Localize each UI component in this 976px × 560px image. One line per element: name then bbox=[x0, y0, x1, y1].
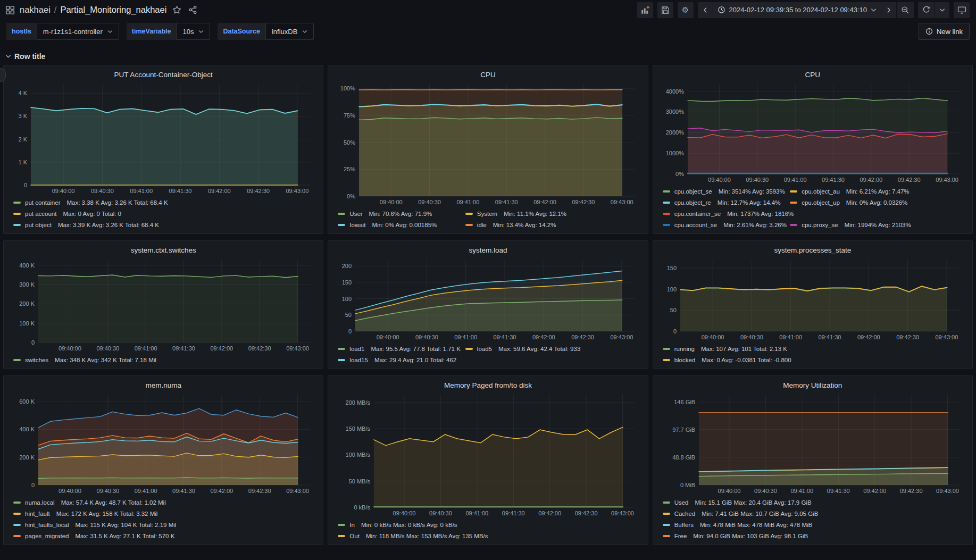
legend-label[interactable]: blocked bbox=[674, 357, 696, 363]
legend-label[interactable]: cpu.proxy_se bbox=[802, 222, 838, 228]
legend-swatch[interactable] bbox=[338, 535, 345, 537]
save-dashboard-button[interactable] bbox=[657, 2, 673, 18]
chart-canvas[interactable]: 0200 K400 K600 K09:40:0009:40:3009:41:00… bbox=[9, 391, 318, 496]
legend-label[interactable]: Cached bbox=[674, 511, 696, 517]
legend-label[interactable]: System bbox=[477, 211, 497, 217]
chart-cpu[interactable]: 0%1000%2000%3000%4000%09:40:0009:40:3009… bbox=[658, 81, 967, 185]
refresh-button[interactable] bbox=[918, 2, 935, 18]
panel-title[interactable]: CPU bbox=[480, 71, 496, 79]
chart-system-processes-state[interactable]: 05010015009:40:0009:40:3009:41:0009:41:3… bbox=[658, 256, 967, 342]
time-shift-back-button[interactable] bbox=[698, 2, 713, 18]
chart-canvas[interactable]: 0 kB/s50 MB/s100 MB/s150 MB/s200 MB/s09:… bbox=[333, 391, 642, 518]
legend-label[interactable]: cpu.container_se bbox=[674, 211, 721, 217]
legend-swatch[interactable] bbox=[13, 513, 21, 515]
panel-title[interactable]: system.load bbox=[469, 246, 507, 254]
panel-title[interactable]: PUT Account-Container-Object bbox=[114, 71, 213, 79]
legend-label[interactable]: idle bbox=[477, 222, 487, 228]
legend-swatch[interactable] bbox=[663, 359, 670, 361]
legend-swatch[interactable] bbox=[13, 535, 21, 537]
legend-swatch[interactable] bbox=[663, 190, 670, 193]
chart-canvas[interactable]: 0 MiB48.8 GiB97.7 GiB146 GiB09:40:0009:4… bbox=[658, 391, 967, 496]
panel-title[interactable]: Memory Utilization bbox=[783, 381, 842, 389]
breadcrumb-root[interactable]: nakhaei bbox=[20, 5, 51, 15]
legend-label[interactable]: Used bbox=[674, 499, 689, 506]
kiosk-mode-button[interactable] bbox=[954, 2, 970, 18]
legend-label[interactable]: Out bbox=[349, 533, 360, 539]
refresh-interval-dropdown[interactable] bbox=[935, 2, 949, 18]
legend-swatch[interactable] bbox=[663, 213, 670, 215]
legend-swatch[interactable] bbox=[663, 502, 670, 504]
legend-label[interactable]: cpu.account_se bbox=[674, 222, 718, 228]
share-icon[interactable] bbox=[187, 4, 198, 15]
legend-label[interactable]: hint_faults_local bbox=[25, 522, 69, 528]
legend-swatch[interactable] bbox=[790, 190, 797, 193]
legend-swatch[interactable] bbox=[663, 524, 670, 526]
legend-label[interactable]: User bbox=[349, 211, 362, 217]
legend-swatch[interactable] bbox=[663, 348, 670, 350]
legend-swatch[interactable] bbox=[338, 359, 345, 361]
chart-canvas[interactable]: 05010015020009:40:0009:40:3009:41:0009:4… bbox=[333, 256, 642, 342]
legend-swatch[interactable] bbox=[465, 213, 473, 215]
chart-memory-paged-from-to-disk[interactable]: 0 kB/s50 MB/s100 MB/s150 MB/s200 MB/s09:… bbox=[333, 391, 642, 518]
legend-swatch[interactable] bbox=[790, 202, 797, 204]
legend-label[interactable]: hint_fault bbox=[25, 511, 50, 517]
star-dashboard-button[interactable] bbox=[171, 4, 182, 15]
legend-swatch[interactable] bbox=[663, 513, 670, 515]
legend-swatch[interactable] bbox=[338, 524, 345, 526]
panel-title[interactable]: system.ctxt.switches bbox=[131, 246, 196, 254]
legend-label[interactable]: cpu.object_up bbox=[802, 199, 840, 206]
panel-title[interactable]: CPU bbox=[805, 71, 821, 79]
legend-label[interactable]: put account bbox=[25, 211, 56, 217]
new-link-button[interactable]: New link bbox=[919, 23, 970, 40]
chart-canvas[interactable]: 01 K2 K3 K4 K09:40:0009:40:3009:41:0009:… bbox=[9, 81, 318, 196]
apps-grid-icon[interactable] bbox=[5, 5, 15, 15]
legend-label[interactable]: Free bbox=[674, 533, 687, 539]
legend-label[interactable]: put container bbox=[25, 199, 61, 206]
panel-title[interactable]: mem.numa bbox=[145, 381, 181, 389]
legend-label[interactable]: load1 bbox=[349, 346, 364, 352]
chart-canvas[interactable]: 0%25%50%75%100%09:40:0009:40:3009:41:000… bbox=[333, 81, 642, 207]
variable-timevariable-select[interactable]: 10s bbox=[176, 23, 210, 40]
legend-swatch[interactable] bbox=[338, 213, 345, 215]
legend-swatch[interactable] bbox=[663, 202, 670, 204]
legend-swatch[interactable] bbox=[338, 224, 345, 226]
legend-label[interactable]: pages_migrated bbox=[25, 533, 69, 539]
legend-label[interactable]: cpu.object_se bbox=[674, 188, 712, 195]
panel-title[interactable]: Memory Paged from/to disk bbox=[444, 381, 532, 389]
zoom-out-time-button[interactable] bbox=[896, 2, 914, 18]
legend-label[interactable]: load5 bbox=[477, 346, 492, 352]
chart-mem-numa[interactable]: 0200 K400 K600 K09:40:0009:40:3009:41:00… bbox=[9, 391, 318, 496]
time-shift-forward-button[interactable] bbox=[881, 2, 896, 18]
legend-label[interactable]: put object bbox=[25, 222, 52, 228]
time-range-button[interactable]: 2024-02-12 09:39:35 to 2024-02-12 09:43:… bbox=[713, 2, 881, 18]
dashboard-settings-button[interactable]: ⚙ bbox=[678, 2, 694, 18]
variable-datasource-select[interactable]: influxDB bbox=[265, 23, 314, 40]
legend-swatch[interactable] bbox=[465, 224, 473, 226]
legend-label[interactable]: Buffers bbox=[674, 522, 694, 528]
legend-swatch[interactable] bbox=[790, 224, 797, 226]
row-header[interactable]: Row title bbox=[0, 52, 976, 61]
legend-swatch[interactable] bbox=[465, 348, 473, 350]
chart-put-account-container-object[interactable]: 01 K2 K3 K4 K09:40:0009:40:3009:41:0009:… bbox=[9, 81, 318, 196]
legend-swatch[interactable] bbox=[13, 359, 21, 361]
add-panel-button[interactable] bbox=[637, 2, 653, 18]
legend-swatch[interactable] bbox=[338, 348, 345, 350]
chart-canvas[interactable]: 0100 K200 K300 K400 K09:40:0009:40:3009:… bbox=[9, 256, 318, 353]
legend-swatch[interactable] bbox=[663, 224, 670, 226]
legend-swatch[interactable] bbox=[13, 224, 21, 226]
chart-memory-utilization[interactable]: 0 MiB48.8 GiB97.7 GiB146 GiB09:40:0009:4… bbox=[658, 391, 967, 496]
variable-hostis-select[interactable]: m-r1z1s1-controller bbox=[37, 23, 119, 40]
chart-system-ctxt-switches[interactable]: 0100 K200 K300 K400 K09:40:0009:40:3009:… bbox=[9, 256, 318, 353]
legend-swatch[interactable] bbox=[663, 535, 670, 537]
legend-swatch[interactable] bbox=[13, 502, 21, 504]
chart-system-load[interactable]: 05010015020009:40:0009:40:3009:41:0009:4… bbox=[333, 256, 642, 342]
legend-label[interactable]: switches bbox=[25, 357, 48, 363]
legend-label[interactable]: numa.local bbox=[25, 499, 55, 506]
legend-label[interactable]: cpu.object_au bbox=[802, 188, 840, 195]
chart-canvas[interactable]: 0%1000%2000%3000%4000%09:40:0009:40:3009… bbox=[658, 81, 967, 185]
legend-label[interactable]: running bbox=[674, 346, 695, 352]
panel-title[interactable]: system.processes_state bbox=[774, 246, 851, 254]
legend-label[interactable]: cpu.object_re bbox=[674, 199, 711, 206]
legend-label[interactable]: Iowait bbox=[349, 222, 365, 228]
legend-swatch[interactable] bbox=[13, 524, 21, 526]
